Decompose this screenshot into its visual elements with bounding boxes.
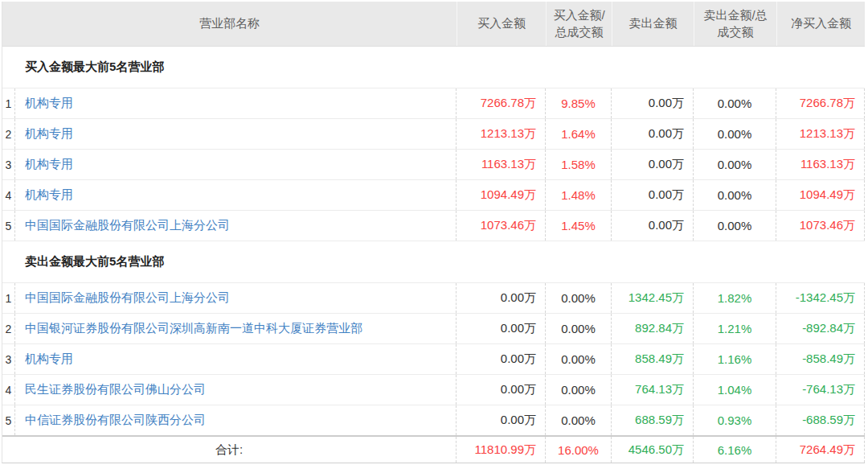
buy-amount-cell: 0.00万 xyxy=(457,344,546,374)
net-buy-cell: 1163.13万 xyxy=(776,150,865,179)
buy-amount-cell: 0.00万 xyxy=(457,375,546,405)
rank-cell: 1 xyxy=(2,88,15,118)
sell-ratio-cell: 0.00% xyxy=(694,88,776,118)
net-buy-cell: -892.84万 xyxy=(776,314,865,343)
sell-amount-cell: 0.00万 xyxy=(612,211,694,241)
total-label: 合计: xyxy=(2,437,457,463)
table-row: 3 机构专用 1163.13万 1.58% 0.00万 0.00% 1163.1… xyxy=(2,150,865,180)
table-row: 2 机构专用 1213.13万 1.64% 0.00万 0.00% 1213.1… xyxy=(2,119,865,150)
sell-ratio-cell: 0.93% xyxy=(694,405,776,435)
col-header-buy-amount: 买入金额 xyxy=(457,2,546,46)
net-buy-cell: -858.49万 xyxy=(776,344,865,374)
table-row: 1 机构专用 7266.78万 9.85% 0.00万 0.00% 7266.7… xyxy=(2,88,865,119)
rank-cell: 3 xyxy=(2,150,15,179)
buy-amount-cell: 0.00万 xyxy=(457,314,546,343)
branch-name-link[interactable]: 机构专用 xyxy=(15,119,457,149)
buy-ratio-cell: 0.00% xyxy=(546,375,612,405)
sell-amount-cell: 892.84万 xyxy=(612,314,694,343)
buy-ratio-cell: 9.85% xyxy=(546,88,612,118)
rank-cell: 2 xyxy=(2,119,15,149)
col-header-sell-ratio: 卖出金额/总成交额 xyxy=(694,2,776,46)
rank-cell: 2 xyxy=(2,314,15,343)
col-header-sell-amount: 卖出金额 xyxy=(612,2,694,46)
buy-amount-cell: 1073.46万 xyxy=(457,211,546,241)
branch-name-link[interactable]: 机构专用 xyxy=(15,88,457,118)
rank-cell: 4 xyxy=(2,375,15,405)
broker-branch-table: 营业部名称 买入金额 买入金额/总成交额 卖出金额 卖出金额/总成交额 净买入金… xyxy=(2,2,865,463)
buy-ratio-cell: 1.64% xyxy=(546,119,612,149)
buy-section-title: 买入金额最大前5名营业部 xyxy=(2,47,865,88)
buy-ratio-cell: 0.00% xyxy=(546,344,612,374)
buy-ratio-cell: 1.58% xyxy=(546,150,612,179)
sell-amount-cell: 0.00万 xyxy=(612,88,694,118)
net-buy-cell: 1094.49万 xyxy=(776,180,865,210)
sell-amount-cell: 764.13万 xyxy=(612,375,694,405)
net-buy-cell: -688.59万 xyxy=(776,405,865,435)
sell-ratio-cell: 1.82% xyxy=(694,283,776,313)
buy-amount-cell: 1094.49万 xyxy=(457,180,546,210)
buy-amount-cell: 0.00万 xyxy=(457,405,546,435)
sell-ratio-cell: 0.00% xyxy=(694,150,776,179)
branch-name-link[interactable]: 中国国际金融股份有限公司上海分公司 xyxy=(15,211,457,241)
buy-ratio-cell: 0.00% xyxy=(546,314,612,343)
buy-amount-cell: 1213.13万 xyxy=(457,119,546,149)
table-row: 5 中信证券股份有限公司陕西分公司 0.00万 0.00% 688.59万 0.… xyxy=(2,405,865,436)
rank-cell: 1 xyxy=(2,283,15,313)
sell-amount-cell: 858.49万 xyxy=(612,344,694,374)
branch-name-link[interactable]: 中信证券股份有限公司陕西分公司 xyxy=(15,405,457,435)
branch-name-link[interactable]: 中国国际金融股份有限公司上海分公司 xyxy=(15,283,457,313)
branch-name-link[interactable]: 中国银河证券股份有限公司深圳高新南一道中科大厦证券营业部 xyxy=(15,314,457,343)
rank-cell: 4 xyxy=(2,180,15,210)
sell-amount-cell: 0.00万 xyxy=(612,180,694,210)
rank-cell: 5 xyxy=(2,211,15,241)
net-buy-cell: 7266.78万 xyxy=(776,88,865,118)
sell-ratio-cell: 0.00% xyxy=(694,211,776,241)
col-header-net-buy-amount: 净买入金额 xyxy=(776,2,865,46)
branch-name-link[interactable]: 机构专用 xyxy=(15,150,457,179)
sell-ratio-cell: 1.21% xyxy=(694,314,776,343)
sell-ratio-cell: 1.04% xyxy=(694,375,776,405)
col-header-buy-ratio: 买入金额/总成交额 xyxy=(546,2,612,46)
sell-ratio-cell: 0.00% xyxy=(694,180,776,210)
net-buy-cell: 1073.46万 xyxy=(776,211,865,241)
buy-ratio-cell: 1.45% xyxy=(546,211,612,241)
branch-name-link[interactable]: 机构专用 xyxy=(15,180,457,210)
sell-amount-cell: 688.59万 xyxy=(612,405,694,435)
sell-section-title: 卖出金额最大前5名营业部 xyxy=(2,241,865,283)
table-row: 4 机构专用 1094.49万 1.48% 0.00万 0.00% 1094.4… xyxy=(2,180,865,211)
sell-amount-cell: 1342.45万 xyxy=(612,283,694,313)
col-header-branch-name: 营业部名称 xyxy=(2,2,457,46)
sell-amount-cell: 0.00万 xyxy=(612,150,694,179)
net-buy-cell: 1213.13万 xyxy=(776,119,865,149)
total-row: 合计: 11810.99万 16.00% 4546.50万 6.16% 7264… xyxy=(2,435,865,463)
buy-ratio-cell: 0.00% xyxy=(546,283,612,313)
buy-amount-cell: 1163.13万 xyxy=(457,150,546,179)
buy-amount-cell: 0.00万 xyxy=(457,283,546,313)
buy-ratio-cell: 1.48% xyxy=(546,180,612,210)
table-header-row: 营业部名称 买入金额 买入金额/总成交额 卖出金额 卖出金额/总成交额 净买入金… xyxy=(2,2,865,47)
buy-ratio-cell: 0.00% xyxy=(546,405,612,435)
branch-name-link[interactable]: 机构专用 xyxy=(15,344,457,374)
rank-cell: 5 xyxy=(2,405,15,435)
sell-ratio-cell: 0.00% xyxy=(694,119,776,149)
rank-cell: 3 xyxy=(2,344,15,374)
net-buy-cell: -1342.45万 xyxy=(776,283,865,313)
table-row: 5 中国国际金融股份有限公司上海分公司 1073.46万 1.45% 0.00万… xyxy=(2,211,865,241)
branch-name-link[interactable]: 民生证券股份有限公司佛山分公司 xyxy=(15,375,457,405)
sell-amount-cell: 0.00万 xyxy=(612,119,694,149)
buy-amount-cell: 7266.78万 xyxy=(457,88,546,118)
total-net-buy: 7264.49万 xyxy=(776,437,865,463)
total-sell-ratio: 6.16% xyxy=(694,437,776,463)
table-row: 2 中国银河证券股份有限公司深圳高新南一道中科大厦证券营业部 0.00万 0.0… xyxy=(2,314,865,344)
net-buy-cell: -764.13万 xyxy=(776,375,865,405)
table-row: 3 机构专用 0.00万 0.00% 858.49万 1.16% -858.49… xyxy=(2,344,865,375)
table-row: 1 中国国际金融股份有限公司上海分公司 0.00万 0.00% 1342.45万… xyxy=(2,283,865,314)
sell-ratio-cell: 1.16% xyxy=(694,344,776,374)
table-row: 4 民生证券股份有限公司佛山分公司 0.00万 0.00% 764.13万 1.… xyxy=(2,375,865,405)
total-buy-amount: 11810.99万 xyxy=(457,437,546,463)
total-sell-amount: 4546.50万 xyxy=(612,437,694,463)
total-buy-ratio: 16.00% xyxy=(546,437,612,463)
